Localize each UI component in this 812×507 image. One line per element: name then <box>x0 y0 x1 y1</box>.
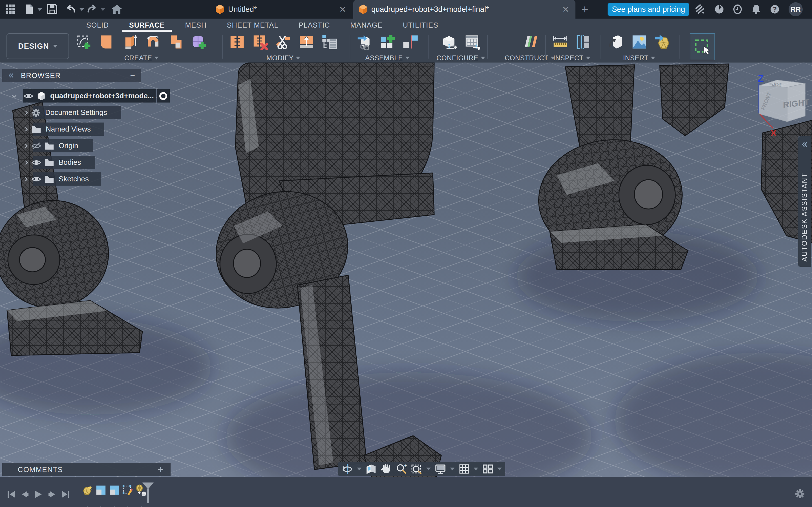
new-component-button[interactable] <box>379 34 396 50</box>
display-settings-caret-icon[interactable] <box>450 467 455 470</box>
browser-row-bodies[interactable]: Bodies <box>33 156 95 169</box>
document-tab-quadruped[interactable]: quadruped+robot+3d+model+final* ✕ <box>353 0 575 18</box>
insert-derive-button[interactable] <box>356 34 372 50</box>
browser-row-named-views[interactable]: Named Views <box>33 122 104 136</box>
add-comment-button[interactable]: + <box>158 464 164 475</box>
tab-utilities[interactable]: UTILITIES <box>393 18 449 32</box>
unstitch-button[interactable] <box>252 34 268 50</box>
derive-button[interactable] <box>608 34 624 50</box>
extrude-button[interactable] <box>122 34 138 50</box>
modify-group-label[interactable]: MODIFY <box>266 54 300 62</box>
create-form-button[interactable] <box>191 34 207 50</box>
viewport-3d[interactable]: BROWSER − quadruped+robot+3d+mode... Doc… <box>0 62 812 477</box>
grid-settings-caret-icon[interactable] <box>474 467 478 470</box>
timeline-insert-mesh-icon[interactable] <box>82 485 92 496</box>
step-forward-icon[interactable] <box>48 490 56 499</box>
tab-manage[interactable]: MANAGE <box>340 18 393 32</box>
tab-plastic[interactable]: PLASTIC <box>289 18 340 32</box>
browser-row-sketches[interactable]: Sketches <box>33 172 101 186</box>
viewports-caret-icon[interactable] <box>497 467 502 470</box>
save-icon[interactable] <box>47 4 57 15</box>
window-zoom-icon[interactable] <box>411 463 422 474</box>
create-group-label[interactable]: CREATE <box>124 54 159 62</box>
job-status-icon[interactable] <box>732 4 743 15</box>
expand-assistant-icon[interactable] <box>801 141 808 148</box>
see-plans-button[interactable]: See plans and pricing <box>608 3 689 16</box>
undo-icon[interactable] <box>65 4 76 15</box>
display-settings-icon[interactable] <box>435 463 446 474</box>
browser-row-root[interactable]: quadruped+robot+3d+mode... <box>23 89 156 103</box>
go-to-end-icon[interactable] <box>61 490 70 499</box>
timeline-sketch-icon[interactable] <box>122 485 133 496</box>
minimize-browser-icon[interactable]: − <box>130 71 135 80</box>
patch-button[interactable] <box>99 34 115 50</box>
timeline-base-feature-icon[interactable] <box>109 485 119 496</box>
chevron-right-icon[interactable] <box>23 110 29 116</box>
play-icon[interactable] <box>34 490 42 499</box>
stitch-button[interactable] <box>229 34 245 50</box>
document-tab-untitled[interactable]: Untitled* ✕ <box>210 0 352 18</box>
eye-icon[interactable] <box>32 175 41 183</box>
activate-component-radio[interactable] <box>157 89 170 103</box>
chevron-right-icon[interactable] <box>23 143 29 149</box>
section-analysis-button[interactable] <box>575 34 592 50</box>
canvas-button[interactable] <box>631 34 647 50</box>
browser-row-origin[interactable]: Origin <box>33 139 93 152</box>
offset-plane-button[interactable] <box>522 34 538 50</box>
configuration-table-button[interactable] <box>464 34 480 50</box>
configure-group-label[interactable]: CONFIGURE <box>437 54 485 62</box>
browser-row-document-settings[interactable]: Document Settings <box>33 106 121 119</box>
orbit-caret-icon[interactable] <box>357 467 361 470</box>
measure-button[interactable] <box>552 34 568 50</box>
insert-group-label[interactable]: INSERT <box>623 54 656 62</box>
orbit-icon[interactable] <box>342 463 353 474</box>
configuration-button[interactable] <box>441 34 457 50</box>
timeline-marker[interactable] <box>142 483 154 489</box>
extend-button[interactable] <box>298 34 315 50</box>
view-cube[interactable]: Z X TOP FRONT RIGHT <box>750 71 812 138</box>
redo-icon[interactable] <box>87 4 97 15</box>
timeline-marker-stem[interactable] <box>147 489 149 503</box>
revolve-button[interactable] <box>145 34 161 50</box>
joint-button[interactable] <box>402 34 419 50</box>
comments-bar[interactable]: COMMENTS + <box>2 463 170 476</box>
tab-sheet-metal[interactable]: SHEET METAL <box>217 18 289 32</box>
avatar[interactable]: RR <box>789 2 803 16</box>
chevron-right-icon[interactable] <box>23 126 29 132</box>
design-menu-button[interactable]: DESIGN <box>6 33 69 59</box>
viewports-icon[interactable] <box>482 463 493 474</box>
chevron-down-icon[interactable] <box>11 93 17 99</box>
new-tab-button[interactable]: + <box>581 3 589 16</box>
step-back-icon[interactable] <box>20 490 29 499</box>
construct-group-label[interactable]: CONSTRUCT <box>505 54 555 62</box>
window-select-button[interactable] <box>690 33 715 60</box>
help-icon[interactable]: ? <box>769 4 780 15</box>
file-menu-caret[interactable] <box>37 8 42 11</box>
grid-settings-icon[interactable] <box>458 463 470 474</box>
tab-surface[interactable]: SURFACE <box>119 18 175 32</box>
app-grid-icon[interactable] <box>5 4 16 15</box>
close-tab-icon[interactable]: ✕ <box>562 4 569 14</box>
look-at-icon[interactable] <box>365 463 377 474</box>
go-to-start-icon[interactable] <box>7 490 15 499</box>
notifications-icon[interactable] <box>751 4 762 15</box>
collapse-panel-icon[interactable] <box>7 72 15 78</box>
eye-off-icon[interactable] <box>32 142 41 150</box>
settings-gear-icon[interactable] <box>795 489 805 499</box>
sketch-status-icon[interactable] <box>695 4 705 15</box>
home-icon[interactable] <box>112 4 122 15</box>
extensions-icon[interactable] <box>714 4 725 15</box>
tab-solid[interactable]: SOLID <box>76 18 119 32</box>
file-icon[interactable] <box>24 4 35 15</box>
sweep-button[interactable] <box>168 34 185 50</box>
redo-menu-caret[interactable] <box>100 8 105 11</box>
trim-button[interactable] <box>275 34 292 50</box>
zoom-icon[interactable]: ± <box>396 463 407 474</box>
change-parameters-button[interactable] <box>321 34 338 50</box>
window-zoom-caret-icon[interactable] <box>426 467 431 470</box>
inspect-group-label[interactable]: INSPECT <box>553 54 591 62</box>
chevron-right-icon[interactable] <box>23 176 29 182</box>
timeline-base-feature-icon[interactable] <box>96 485 106 496</box>
assemble-group-label[interactable]: ASSEMBLE <box>365 54 409 62</box>
eye-icon[interactable] <box>32 158 41 167</box>
